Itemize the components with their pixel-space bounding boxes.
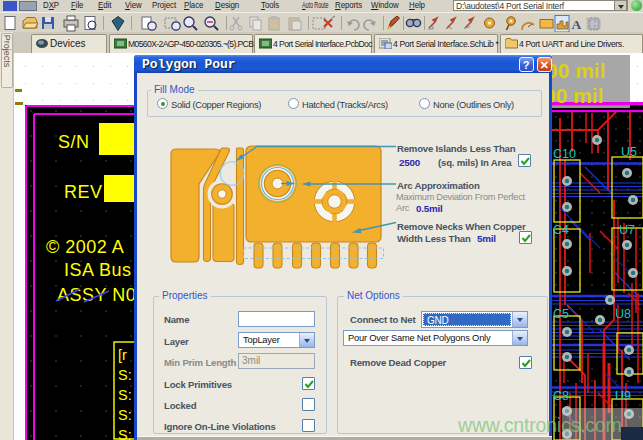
- svg-text:U9: U9: [615, 389, 631, 403]
- svg-text:C4: C4: [553, 223, 569, 237]
- svg-text:00 mil: 00 mil: [546, 59, 606, 82]
- svg-text:C5: C5: [553, 307, 569, 321]
- svg-text:© 2002 A: © 2002 A: [46, 237, 124, 257]
- svg-text:A: A: [572, 17, 582, 32]
- svg-text:ISA Bus: ISA Bus: [64, 260, 132, 280]
- svg-text:U5: U5: [621, 145, 637, 159]
- svg-text:C8: C8: [553, 389, 569, 403]
- svg-text:S:: S:: [118, 427, 132, 440]
- svg-text:00 mil: 00 mil: [544, 84, 604, 107]
- svg-text:REV: REV: [64, 182, 103, 202]
- svg-text:[r: [r: [118, 347, 127, 363]
- svg-text:S:: S:: [118, 407, 132, 423]
- svg-text:S:: S:: [118, 387, 132, 403]
- svg-text:U8: U8: [615, 307, 631, 321]
- svg-text:C10: C10: [553, 147, 576, 161]
- svg-text:S/N: S/N: [58, 132, 90, 152]
- svg-text:U7: U7: [619, 223, 635, 237]
- svg-text:S:: S:: [118, 367, 132, 383]
